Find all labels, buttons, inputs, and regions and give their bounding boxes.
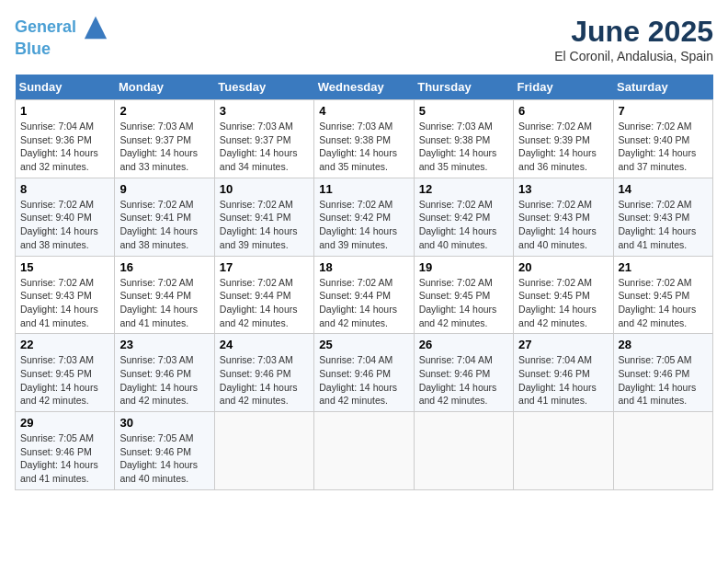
col-sunday: Sunday (16, 75, 115, 100)
table-row: 23 Sunrise: 7:03 AM Sunset: 9:46 PM Dayl… (115, 334, 214, 412)
location-subtitle: El Coronil, Andalusia, Spain (554, 49, 713, 63)
table-row: 13 Sunrise: 7:02 AM Sunset: 9:43 PM Dayl… (514, 178, 613, 256)
day-info: Sunrise: 7:03 AM Sunset: 9:37 PM Dayligh… (119, 120, 209, 174)
day-number: 26 (419, 338, 508, 351)
day-number: 17 (220, 260, 309, 274)
calendar-week-row: 1 Sunrise: 7:04 AM Sunset: 9:36 PM Dayli… (16, 100, 713, 178)
day-info: Sunrise: 7:02 AM Sunset: 9:44 PM Dayligh… (220, 276, 309, 330)
month-year-title: June 2025 (554, 15, 713, 49)
day-info: Sunrise: 7:03 AM Sunset: 9:37 PM Dayligh… (220, 120, 309, 174)
table-row: 7 Sunrise: 7:02 AM Sunset: 9:40 PM Dayli… (613, 100, 712, 178)
day-number: 27 (518, 338, 608, 351)
day-info: Sunrise: 7:04 AM Sunset: 9:36 PM Dayligh… (20, 120, 109, 174)
day-number: 13 (518, 182, 608, 196)
table-row: 8 Sunrise: 7:02 AM Sunset: 9:40 PM Dayli… (16, 178, 115, 256)
table-row: 15 Sunrise: 7:02 AM Sunset: 9:43 PM Dayl… (16, 256, 115, 334)
table-row: 19 Sunrise: 7:02 AM Sunset: 9:45 PM Dayl… (414, 256, 513, 334)
calendar-week-row: 8 Sunrise: 7:02 AM Sunset: 9:40 PM Dayli… (16, 178, 713, 256)
day-number: 11 (319, 182, 408, 196)
table-row: 14 Sunrise: 7:02 AM Sunset: 9:43 PM Dayl… (613, 178, 712, 256)
day-info: Sunrise: 7:02 AM Sunset: 9:40 PM Dayligh… (619, 120, 708, 174)
day-number: 30 (119, 416, 209, 430)
day-info: Sunrise: 7:02 AM Sunset: 9:43 PM Dayligh… (20, 276, 109, 330)
day-number: 23 (119, 338, 209, 351)
col-thursday: Thursday (414, 75, 513, 100)
table-row: 5 Sunrise: 7:03 AM Sunset: 9:38 PM Dayli… (414, 100, 513, 178)
calendar-week-row: 29 Sunrise: 7:05 AM Sunset: 9:46 PM Dayl… (16, 412, 713, 490)
logo: General Blue (15, 15, 108, 59)
day-info: Sunrise: 7:02 AM Sunset: 9:43 PM Dayligh… (619, 198, 708, 252)
day-info: Sunrise: 7:05 AM Sunset: 9:46 PM Dayligh… (119, 431, 209, 486)
logo-blue: Blue (15, 40, 51, 58)
day-info: Sunrise: 7:02 AM Sunset: 9:43 PM Dayligh… (518, 198, 608, 252)
col-monday: Monday (115, 75, 214, 100)
day-number: 25 (319, 338, 408, 351)
day-info: Sunrise: 7:04 AM Sunset: 9:46 PM Dayligh… (319, 353, 408, 408)
title-block: June 2025 El Coronil, Andalusia, Spain (554, 15, 713, 63)
table-row: 30 Sunrise: 7:05 AM Sunset: 9:46 PM Dayl… (115, 412, 214, 490)
table-row: 24 Sunrise: 7:03 AM Sunset: 9:46 PM Dayl… (214, 334, 313, 412)
table-row: 27 Sunrise: 7:04 AM Sunset: 9:46 PM Dayl… (514, 334, 613, 412)
day-info: Sunrise: 7:02 AM Sunset: 9:40 PM Dayligh… (20, 198, 109, 252)
table-row: 29 Sunrise: 7:05 AM Sunset: 9:46 PM Dayl… (16, 412, 115, 490)
table-row: 17 Sunrise: 7:02 AM Sunset: 9:44 PM Dayl… (214, 256, 313, 334)
svg-marker-0 (85, 17, 107, 39)
day-number: 21 (619, 260, 708, 274)
table-row (214, 412, 313, 490)
day-info: Sunrise: 7:05 AM Sunset: 9:46 PM Dayligh… (619, 353, 708, 408)
day-info: Sunrise: 7:02 AM Sunset: 9:42 PM Dayligh… (419, 198, 508, 252)
day-number: 22 (20, 338, 109, 351)
page-header: General Blue June 2025 El Coronil, Andal… (15, 15, 713, 63)
day-number: 7 (619, 104, 708, 118)
table-row: 25 Sunrise: 7:04 AM Sunset: 9:46 PM Dayl… (314, 334, 414, 412)
col-friday: Friday (514, 75, 613, 100)
day-number: 10 (220, 182, 309, 196)
logo-general: General (15, 17, 76, 36)
table-row (514, 412, 613, 490)
col-saturday: Saturday (613, 75, 712, 100)
table-row: 9 Sunrise: 7:02 AM Sunset: 9:41 PM Dayli… (115, 178, 214, 256)
day-number: 28 (619, 338, 708, 351)
table-row: 6 Sunrise: 7:02 AM Sunset: 9:39 PM Dayli… (514, 100, 613, 178)
day-info: Sunrise: 7:03 AM Sunset: 9:46 PM Dayligh… (119, 353, 209, 408)
day-number: 2 (119, 104, 209, 118)
table-row: 18 Sunrise: 7:02 AM Sunset: 9:44 PM Dayl… (314, 256, 414, 334)
table-row: 12 Sunrise: 7:02 AM Sunset: 9:42 PM Dayl… (414, 178, 513, 256)
calendar-header-row: Sunday Monday Tuesday Wednesday Thursday… (16, 75, 713, 100)
day-info: Sunrise: 7:02 AM Sunset: 9:45 PM Dayligh… (419, 276, 508, 330)
day-number: 5 (419, 104, 508, 118)
day-number: 12 (419, 182, 508, 196)
day-number: 9 (119, 182, 209, 196)
calendar-week-row: 22 Sunrise: 7:03 AM Sunset: 9:45 PM Dayl… (16, 334, 713, 412)
calendar-table: Sunday Monday Tuesday Wednesday Thursday… (15, 75, 713, 490)
table-row (314, 412, 414, 490)
table-row: 10 Sunrise: 7:02 AM Sunset: 9:41 PM Dayl… (214, 178, 313, 256)
day-info: Sunrise: 7:02 AM Sunset: 9:42 PM Dayligh… (319, 198, 408, 252)
day-number: 20 (518, 260, 608, 274)
table-row: 11 Sunrise: 7:02 AM Sunset: 9:42 PM Dayl… (314, 178, 414, 256)
table-row: 22 Sunrise: 7:03 AM Sunset: 9:45 PM Dayl… (16, 334, 115, 412)
table-row: 3 Sunrise: 7:03 AM Sunset: 9:37 PM Dayli… (214, 100, 313, 178)
day-info: Sunrise: 7:02 AM Sunset: 9:44 PM Dayligh… (119, 276, 209, 330)
calendar-week-row: 15 Sunrise: 7:02 AM Sunset: 9:43 PM Dayl… (16, 256, 713, 334)
day-info: Sunrise: 7:03 AM Sunset: 9:45 PM Dayligh… (20, 353, 109, 408)
day-number: 14 (619, 182, 708, 196)
day-number: 4 (319, 104, 408, 118)
day-number: 3 (220, 104, 309, 118)
table-row: 28 Sunrise: 7:05 AM Sunset: 9:46 PM Dayl… (613, 334, 712, 412)
col-tuesday: Tuesday (214, 75, 313, 100)
day-number: 19 (419, 260, 508, 274)
day-info: Sunrise: 7:02 AM Sunset: 9:44 PM Dayligh… (319, 276, 408, 330)
day-info: Sunrise: 7:02 AM Sunset: 9:41 PM Dayligh… (119, 198, 209, 252)
table-row: 20 Sunrise: 7:02 AM Sunset: 9:45 PM Dayl… (514, 256, 613, 334)
table-row: 26 Sunrise: 7:04 AM Sunset: 9:46 PM Dayl… (414, 334, 513, 412)
day-number: 18 (319, 260, 408, 274)
day-number: 15 (20, 260, 109, 274)
day-number: 1 (20, 104, 109, 118)
day-info: Sunrise: 7:03 AM Sunset: 9:46 PM Dayligh… (220, 353, 309, 408)
day-info: Sunrise: 7:02 AM Sunset: 9:45 PM Dayligh… (518, 276, 608, 330)
table-row: 4 Sunrise: 7:03 AM Sunset: 9:38 PM Dayli… (314, 100, 414, 178)
day-number: 16 (119, 260, 209, 274)
day-number: 8 (20, 182, 109, 196)
day-info: Sunrise: 7:02 AM Sunset: 9:39 PM Dayligh… (518, 120, 608, 174)
